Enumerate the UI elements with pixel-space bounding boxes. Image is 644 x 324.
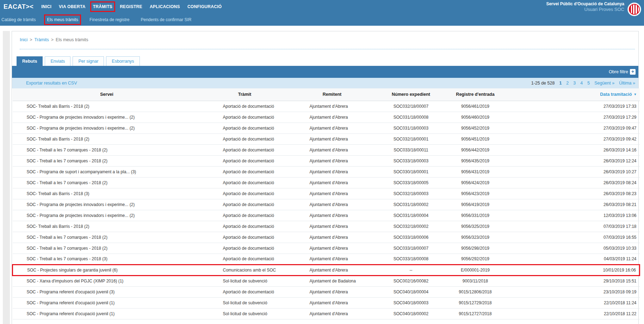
table-row[interactable]: SOC- Treball als Barris - 2018 (3)Aporta… bbox=[13, 188, 640, 199]
cell-servei: SOC - Programa de suport i acompanyament… bbox=[13, 166, 201, 177]
table-row[interactable]: SOC - Treball a les 7 comarques - 2018 (… bbox=[13, 155, 640, 166]
table-row[interactable]: SOC- Treball als Barris - 2018 (2)Aporta… bbox=[13, 133, 640, 144]
divider bbox=[20, 49, 635, 49]
cell-tramit: Aportació de documentació bbox=[201, 243, 289, 254]
cell-tramit: Aportació de documentació bbox=[201, 254, 289, 264]
generalitat-logo[interactable] bbox=[628, 3, 641, 16]
table-row[interactable]: SOC - Programa de projectes innovadors i… bbox=[13, 112, 640, 123]
subnav-item-finestreta-de-registre[interactable]: Finestreta de registre bbox=[89, 17, 129, 22]
pagination-page-4[interactable]: 4 bbox=[580, 81, 583, 86]
left-gutter bbox=[3, 31, 10, 324]
cell-servei: SOC- Treball als Barris - 2018 (2) bbox=[13, 133, 201, 144]
table-row[interactable]: SOC - Programa de projectes innovadors i… bbox=[13, 123, 640, 133]
table-row[interactable]: SOC - Treball a les 7 comarques - 2018 (… bbox=[13, 232, 640, 243]
cell-remitent: Ajuntament d'Abrera bbox=[289, 264, 376, 275]
table-row[interactable]: SOC - Programa referent d'ocupació juven… bbox=[13, 308, 640, 319]
pagination-page-5[interactable]: 5 bbox=[587, 81, 590, 86]
cell-servei: SOC - Treball a les 7 comarques - 2018 (… bbox=[13, 177, 201, 188]
table-row[interactable]: SOC- Treball als Barris - 2018 (2)Aporta… bbox=[13, 101, 640, 112]
cell-tramit: Aportació de documentació bbox=[201, 155, 289, 166]
pagination-page-1[interactable]: 1 bbox=[559, 81, 562, 86]
column-header-servei[interactable]: Servei bbox=[13, 88, 201, 101]
pagination: 1-25 de 528 12345 Següent » Última » bbox=[531, 81, 635, 86]
column-header-label-registre: Registre d'entrada bbox=[456, 92, 494, 97]
subnav-item-pendents-de-confirmar-sir[interactable]: Pendents de confirmar SIR bbox=[141, 17, 191, 22]
cell-registre: 9015/12729/2018 bbox=[446, 297, 504, 308]
table-row-highlighted[interactable]: SOC - Projectes singulars de garantia ju… bbox=[13, 264, 640, 275]
cell-expedient: SOC033/18/00007 bbox=[376, 243, 446, 254]
pagination-last[interactable]: Última » bbox=[619, 81, 635, 86]
nav-item-configuraci[interactable]: CONFIGURACIÓ bbox=[187, 4, 222, 9]
subnav-item-els-meus-tr-mits[interactable]: Els meus tràmits bbox=[47, 17, 78, 22]
cell-registre: 9056/435/2019 bbox=[446, 155, 504, 166]
tab-enviats[interactable]: Enviats bbox=[45, 56, 70, 66]
breadcrumb-item-tr-mits[interactable]: Tràmits bbox=[35, 37, 49, 42]
table-row[interactable]: SOC - Programa de suport i acompanyament… bbox=[13, 166, 640, 177]
column-header-label-expedient: Número expedient bbox=[392, 92, 430, 97]
column-header-data[interactable]: Data tramitació▼ bbox=[504, 88, 640, 101]
column-header-registre[interactable]: Registre d'entrada bbox=[446, 88, 504, 101]
cell-servei: SOC - Treball a les 7 comarques - 2018 (… bbox=[13, 144, 201, 155]
sort-desc-icon: ▼ bbox=[634, 93, 637, 96]
subnav-item-cat-leg-de-tr-mits[interactable]: Catàleg de tràmits bbox=[1, 17, 36, 22]
cell-registre: 9015/12806/2018 bbox=[446, 286, 504, 297]
cell-registre: 9056/424/2019 bbox=[446, 177, 504, 188]
cell-remitent: Ajuntament d'Abrera bbox=[289, 286, 376, 297]
cell-servei: SOC - Programa referent d'ocupació juven… bbox=[13, 297, 201, 308]
cell-expedient: SOC031/18/00002 bbox=[376, 199, 446, 210]
nav-item-via-oberta[interactable]: VIA OBERTA bbox=[59, 4, 86, 9]
breadcrumb-item-inici[interactable]: Inici bbox=[20, 37, 27, 42]
cell-expedient: SOC032/18/00002 bbox=[376, 221, 446, 232]
column-header-label-data: Data tramitació bbox=[600, 92, 632, 97]
cell-registre: 9056/325/2019 bbox=[446, 221, 504, 232]
pagination-next[interactable]: Següent » bbox=[594, 81, 614, 86]
cell-tramit: Aportació de documentació bbox=[201, 123, 289, 133]
tab-per-signar[interactable]: Per signar bbox=[73, 56, 104, 66]
table-row[interactable]: SOC - Xarxa d'impulsors del PGJC (XIMP 2… bbox=[13, 275, 640, 286]
nav-item-tr-mits[interactable]: TRÀMITS bbox=[93, 4, 112, 9]
open-filter-plus-icon[interactable]: + bbox=[630, 69, 636, 75]
table-row[interactable]: SOC - Programa de projectes innovadors i… bbox=[13, 210, 640, 221]
export-csv-link[interactable]: Exportar resultats en CSV bbox=[26, 81, 77, 86]
tab-esborranys[interactable]: Esborranys bbox=[106, 56, 140, 66]
cell-tramit: Aportació de documentació bbox=[201, 177, 289, 188]
cell-tramit: Sol·licitud de subvenció bbox=[201, 308, 289, 319]
nav-item-inici[interactable]: INICI bbox=[41, 4, 51, 9]
cell-data: 23/10/2018 09:19 bbox=[504, 286, 640, 297]
column-header-label-tramit: Tràmit bbox=[238, 92, 252, 97]
table-row[interactable]: SOC - Treball a les 7 comarques - 2018 (… bbox=[13, 177, 640, 188]
table-row[interactable]: SOC - Treball a les 7 comarques - 2018 (… bbox=[13, 144, 640, 155]
nav-item-registre[interactable]: REGISTRE bbox=[120, 4, 142, 9]
column-header-remitent[interactable]: Remitent bbox=[289, 88, 376, 101]
pagination-page-3[interactable]: 3 bbox=[573, 81, 576, 86]
table-row[interactable]: SOC - Treball a les 7 comarques - 2018 (… bbox=[13, 254, 640, 264]
pagination-pages: 12345 bbox=[559, 81, 590, 86]
column-header-label-servei: Servei bbox=[100, 92, 113, 97]
table-row[interactable]: SOC - Programa referent d'ocupació juven… bbox=[13, 297, 640, 308]
cell-remitent: Ajuntament d'Abrera bbox=[289, 177, 376, 188]
pagination-page-2[interactable]: 2 bbox=[566, 81, 569, 86]
column-header-tramit[interactable]: Tràmit bbox=[201, 88, 289, 101]
table-row[interactable]: SOC - Programa de projectes innovadors i… bbox=[13, 199, 640, 210]
table-row[interactable]: SOC- Treball als Barris - 2018 (2)Aporta… bbox=[13, 221, 640, 232]
column-header-expedient[interactable]: Número expedient bbox=[376, 88, 446, 101]
cell-data: 26/03/2019 08:23 bbox=[504, 188, 640, 199]
nav-item-aplicacions[interactable]: APLICACIONS bbox=[150, 4, 180, 9]
cell-servei: SOC - Programa referent d'ocupació juven… bbox=[13, 286, 201, 297]
column-header-label-remitent: Remitent bbox=[323, 92, 341, 97]
eacat-logo[interactable]: EACAT>< bbox=[4, 3, 33, 11]
cell-tramit: Aportació de documentació bbox=[201, 221, 289, 232]
table-row[interactable]: SOC - Programa referent d'ocupació juven… bbox=[13, 286, 640, 297]
table-row[interactable]: SOC - Treball a les 7 comarques - 2018 (… bbox=[13, 243, 640, 254]
cell-expedient: SOC040/18/00003 bbox=[376, 297, 446, 308]
cell-registre: 9056/423/2019 bbox=[446, 188, 504, 199]
cell-data: 26/03/2019 14:16 bbox=[504, 144, 640, 155]
tab-rebuts[interactable]: Rebuts bbox=[17, 56, 43, 66]
cell-expedient: SOC030/18/00001 bbox=[376, 166, 446, 177]
cell-servei: SOC - Programa de projectes innovadors i… bbox=[13, 199, 201, 210]
open-filter-label[interactable]: Obre filtre bbox=[609, 69, 628, 74]
cell-expedient: SOC031/18/00003 bbox=[376, 123, 446, 133]
cell-remitent: Ajuntament d'Abrera bbox=[289, 112, 376, 123]
breadcrumb-separator: > bbox=[30, 37, 32, 42]
cell-expedient: SOC031/18/00008 bbox=[376, 112, 446, 123]
